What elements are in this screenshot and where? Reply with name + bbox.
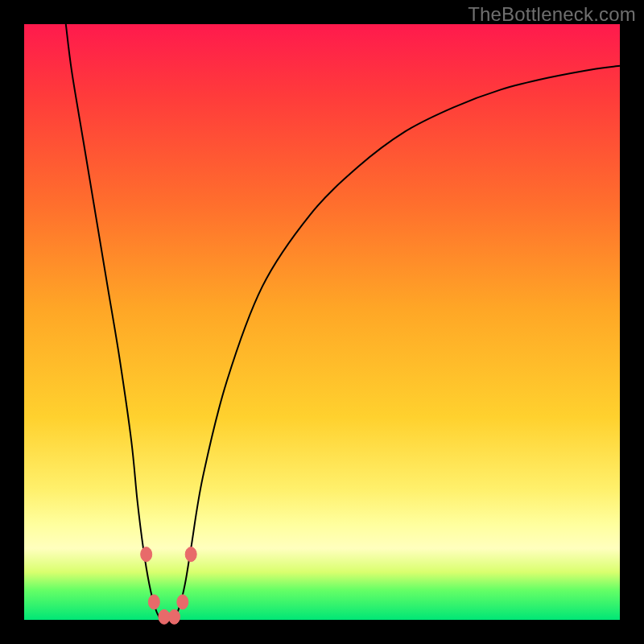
curve-marker bbox=[148, 595, 159, 609]
curve-svg bbox=[24, 24, 620, 620]
watermark-text: TheBottleneck.com bbox=[468, 3, 636, 26]
curve-marker bbox=[141, 547, 152, 562]
curve-marker bbox=[168, 609, 180, 624]
bottleneck-curve bbox=[66, 24, 620, 621]
curve-marker bbox=[185, 547, 196, 562]
chart-frame: TheBottleneck.com bbox=[0, 0, 644, 644]
curve-marker bbox=[177, 595, 188, 609]
plot-area bbox=[24, 24, 620, 620]
curve-marker bbox=[159, 609, 170, 624]
